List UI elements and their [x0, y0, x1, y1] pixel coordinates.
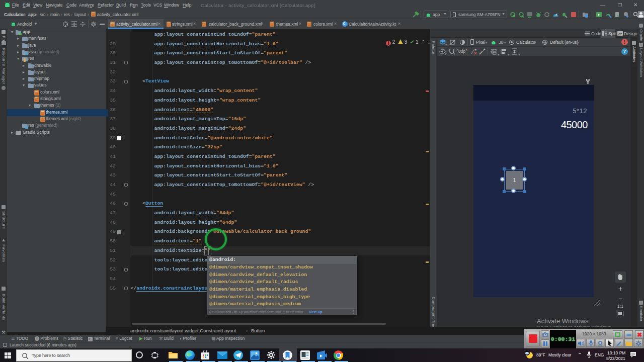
svg-text:A: A: [521, 14, 524, 18]
